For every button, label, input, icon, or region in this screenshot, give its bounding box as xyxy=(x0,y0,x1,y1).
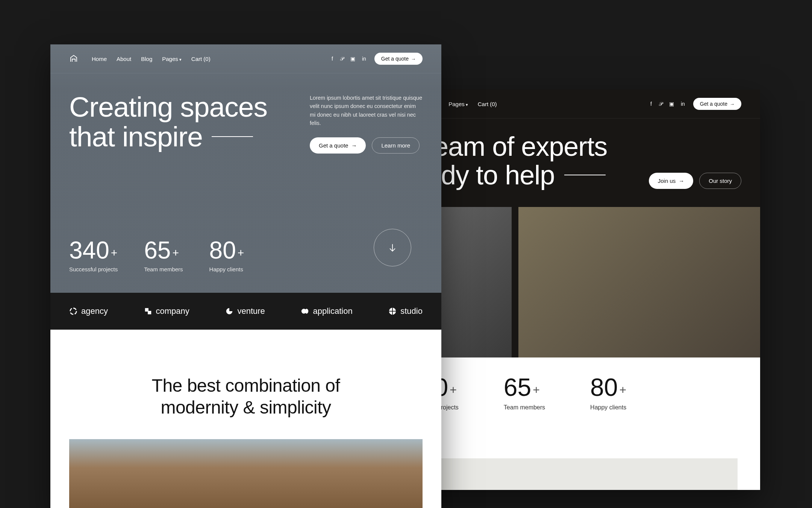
stat-team: 65+ Team members xyxy=(504,375,545,411)
card2-lower-image xyxy=(407,445,738,490)
learn-more-button[interactable]: Learn more xyxy=(372,137,420,154)
linkedin-icon[interactable]: in xyxy=(362,56,366,62)
brand-venture: venture xyxy=(225,306,265,316)
studio-icon xyxy=(388,307,397,315)
card1-nav: Home About Blog Pages▾ Cart (0) f 𝒫 ▣ in… xyxy=(50,44,441,73)
template-card-home: Home About Blog Pages▾ Cart (0) f 𝒫 ▣ in… xyxy=(50,44,441,508)
svg-rect-2 xyxy=(148,311,151,314)
nav-blog[interactable]: Blog xyxy=(141,56,152,62)
stat-clients: 80+ Happy clients xyxy=(590,375,626,411)
social-icons: f 𝒫 ▣ in xyxy=(332,56,366,62)
logo-icon[interactable] xyxy=(69,54,78,63)
pinterest-icon[interactable]: 𝒫 xyxy=(340,56,344,62)
brand-company: company xyxy=(144,306,189,316)
get-quote-button[interactable]: Get a quote→ xyxy=(310,137,366,154)
brand-application: application xyxy=(301,306,352,316)
get-quote-button[interactable]: Get a quote→ xyxy=(693,98,741,110)
facebook-icon[interactable]: f xyxy=(332,56,333,62)
join-us-button[interactable]: Join us→ xyxy=(649,173,694,189)
pinterest-icon[interactable]: 𝒫 xyxy=(659,101,662,107)
card1-section-2: The best combination of modernity & simp… xyxy=(50,330,441,508)
social-icons: f 𝒫 ▣ in xyxy=(650,101,685,107)
brand-studio: studio xyxy=(388,306,423,316)
company-icon xyxy=(144,307,152,315)
team-photo-2 xyxy=(518,207,760,357)
our-story-button[interactable]: Our story xyxy=(699,173,741,189)
svg-rect-7 xyxy=(389,311,396,312)
venture-icon xyxy=(225,307,233,315)
nav-cart[interactable]: Cart (0) xyxy=(478,101,497,107)
brand-agency: agency xyxy=(69,306,108,316)
stat-team: 65+ Team members xyxy=(144,238,183,272)
stat-projects: 340+ Successful projects xyxy=(69,238,118,272)
nav-pages[interactable]: Pages▾ xyxy=(162,56,182,62)
hero-description: Lorem ipsum lobortis amet sit tristique … xyxy=(310,94,423,128)
agency-icon xyxy=(69,307,77,315)
get-quote-button[interactable]: Get a quote→ xyxy=(374,53,423,65)
instagram-icon[interactable]: ▣ xyxy=(669,101,674,107)
section-2-heading: The best combination of modernity & simp… xyxy=(69,375,423,418)
instagram-icon[interactable]: ▣ xyxy=(350,56,355,62)
linkedin-icon[interactable]: in xyxy=(681,101,685,107)
scroll-down-button[interactable] xyxy=(374,229,411,266)
nav-cart[interactable]: Cart (0) xyxy=(191,56,211,62)
facebook-icon[interactable]: f xyxy=(650,101,652,107)
application-icon xyxy=(301,307,309,315)
dash-icon xyxy=(212,136,253,137)
dash-icon xyxy=(564,175,606,175)
client-logos-bar: agency company venture application studi… xyxy=(50,293,441,330)
arrow-down-icon xyxy=(387,242,398,253)
svg-point-0 xyxy=(70,308,77,315)
svg-point-4 xyxy=(305,309,308,314)
section-2-image xyxy=(69,439,423,508)
card1-hero: Home About Blog Pages▾ Cart (0) f 𝒫 ▣ in… xyxy=(50,44,441,293)
card1-stats: 340+ Successful projects 65+ Team member… xyxy=(69,238,244,272)
nav-about[interactable]: About xyxy=(117,56,131,62)
stat-clients: 80+ Happy clients xyxy=(209,238,244,272)
nav-home[interactable]: Home xyxy=(92,56,107,62)
nav-pages[interactable]: Pages▾ xyxy=(448,101,468,107)
